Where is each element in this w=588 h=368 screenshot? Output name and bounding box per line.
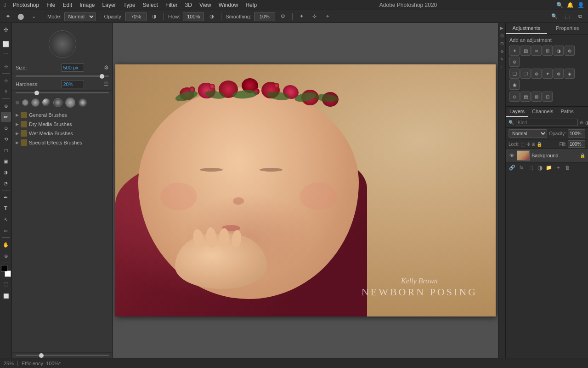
- user-icon[interactable]: 👤: [577, 2, 584, 8]
- smoothing-input[interactable]: [254, 12, 275, 21]
- arrange-btn[interactable]: ⧉: [575, 12, 585, 22]
- menu-edit[interactable]: Edit: [59, 1, 75, 9]
- menu-select[interactable]: Select: [140, 1, 161, 9]
- brush-preset-5[interactable]: [53, 98, 62, 107]
- canvas-area[interactable]: Kelly Brown NEWBORN POSING: [113, 23, 498, 358]
- tab-channels[interactable]: Channels: [528, 107, 557, 117]
- new-layer-btn[interactable]: +: [554, 164, 562, 171]
- adj-color-lookup[interactable]: ✦: [543, 69, 553, 79]
- apple-logo[interactable]: : [4, 1, 6, 8]
- rs-icon-1[interactable]: ⊞: [499, 33, 505, 39]
- tool-shape[interactable]: ▭: [1, 225, 11, 236]
- rs-icon-5[interactable]: T: [499, 64, 505, 70]
- menu-type[interactable]: Type: [120, 1, 139, 9]
- menu-file[interactable]: File: [43, 1, 58, 9]
- layer-opacity-input[interactable]: [568, 129, 585, 138]
- menu-image[interactable]: Image: [76, 1, 98, 9]
- tool-history-brush[interactable]: ⟲: [1, 134, 11, 144]
- brush-preset-7[interactable]: [78, 98, 87, 107]
- menu-photoshop[interactable]: Photoshop: [10, 1, 42, 9]
- adj-channel-mixer[interactable]: ⊛: [531, 69, 542, 79]
- brush-picker-btn[interactable]: ⌄: [28, 12, 39, 22]
- tool-blur[interactable]: ◑: [1, 167, 11, 177]
- tool-dodge[interactable]: ◔: [1, 178, 11, 188]
- flow-pressure-btn[interactable]: ◑: [207, 12, 217, 22]
- layer-visibility-eye[interactable]: 👁: [509, 152, 515, 159]
- hardness-list-icon[interactable]: ☰: [104, 81, 109, 87]
- symmetry-btn[interactable]: ⊹: [310, 12, 320, 22]
- tab-adjustments[interactable]: Adjustments: [506, 23, 547, 34]
- adj-posterize[interactable]: ◈: [565, 69, 575, 79]
- tool-healing[interactable]: ⊕: [1, 101, 11, 111]
- tool-eyedropper[interactable]: ⌗: [1, 86, 11, 97]
- tool-marquee[interactable]: ⬜: [1, 39, 11, 49]
- brush-cat-general[interactable]: ▶ General Brushes: [12, 110, 113, 120]
- brush-preset-3[interactable]: [31, 98, 40, 107]
- create-group-btn[interactable]: 📁: [545, 164, 553, 171]
- tool-zoom[interactable]: ⊕: [1, 251, 11, 261]
- quick-mask-btn[interactable]: ⬚: [1, 279, 11, 289]
- smoothing-settings-btn[interactable]: ⚙: [278, 12, 288, 22]
- adj-levels[interactable]: ▨: [520, 46, 531, 56]
- adj-pattern[interactable]: ⊡: [543, 92, 553, 102]
- lock-position-icon[interactable]: ✣: [526, 142, 530, 147]
- menu-help[interactable]: Help: [242, 1, 260, 9]
- opacity-pressure-btn[interactable]: ◑: [149, 12, 159, 22]
- rs-expand-icon[interactable]: ▶: [499, 25, 505, 31]
- delete-layer-btn[interactable]: 🗑: [564, 164, 571, 171]
- rs-icon-2[interactable]: ⊟: [499, 40, 505, 47]
- adj-color-balance[interactable]: ⊘: [509, 57, 520, 67]
- adj-solid-color[interactable]: ⊠: [531, 92, 542, 102]
- adj-photo-filter[interactable]: ❐: [520, 69, 531, 79]
- menu-3d[interactable]: 3D: [182, 1, 195, 9]
- menu-filter[interactable]: Filter: [162, 1, 181, 9]
- lock-artboard-icon[interactable]: ⊞: [531, 142, 535, 147]
- tool-path-select[interactable]: ↖: [1, 214, 11, 224]
- tab-properties[interactable]: Properties: [547, 23, 588, 34]
- adj-gradient-map[interactable]: ▤: [520, 92, 531, 102]
- brush-cat-special[interactable]: ▶ Special Effects Brushes: [12, 138, 113, 147]
- tool-move[interactable]: ✣: [1, 25, 11, 35]
- bp-footer-slider[interactable]: [16, 355, 109, 356]
- tab-paths[interactable]: Paths: [557, 107, 577, 117]
- adj-black-white[interactable]: ❏: [509, 69, 520, 79]
- fx-btn[interactable]: fx: [518, 164, 525, 171]
- add-mask-btn[interactable]: ⬚: [527, 164, 534, 171]
- tool-quick-select[interactable]: ⊹: [1, 61, 11, 71]
- bp-footer-thumb[interactable]: [39, 353, 44, 358]
- workspace-btn[interactable]: ⬚: [562, 12, 572, 22]
- tool-lasso[interactable]: ⌒: [1, 50, 11, 60]
- lock-all-icon[interactable]: 🔒: [537, 142, 542, 147]
- tool-hand[interactable]: ✋: [1, 240, 11, 250]
- adj-hsl[interactable]: ⊕: [565, 46, 575, 56]
- adj-selective-color[interactable]: ⊙: [509, 92, 520, 102]
- blend-mode-select[interactable]: Normal: [509, 129, 547, 138]
- tool-gradient[interactable]: ▣: [1, 156, 11, 166]
- lock-pixels-icon[interactable]: ⬚: [521, 142, 525, 147]
- filter-icon-2[interactable]: ◑: [585, 120, 588, 125]
- brush-preset-1[interactable]: [16, 101, 19, 104]
- paint-symmetry-btn[interactable]: ⌖: [322, 12, 333, 22]
- tool-clone[interactable]: ⊙: [1, 123, 11, 133]
- mode-select[interactable]: Normal Multiply Screen: [64, 12, 96, 21]
- notification-icon[interactable]: 🔔: [567, 2, 574, 8]
- size-input[interactable]: [61, 63, 84, 72]
- menu-view[interactable]: View: [196, 1, 215, 9]
- tool-brush[interactable]: ✏: [1, 112, 11, 122]
- screen-mode-btn[interactable]: ⬜: [1, 291, 11, 301]
- fill-input[interactable]: [568, 140, 585, 148]
- flow-input[interactable]: [183, 12, 204, 21]
- adj-brightness[interactable]: ☀: [509, 46, 520, 56]
- layers-kind-filter[interactable]: [516, 119, 578, 126]
- adj-threshold[interactable]: ◉: [509, 80, 520, 90]
- tool-crop[interactable]: ⊹: [1, 75, 11, 86]
- add-adjustment-btn[interactable]: ◑: [536, 164, 543, 171]
- rs-icon-3[interactable]: ⊛: [499, 48, 505, 55]
- tab-layers[interactable]: Layers: [506, 107, 528, 117]
- adj-curves[interactable]: ≋: [531, 46, 542, 56]
- brush-cat-wet[interactable]: ▶ Wet Media Brushes: [12, 129, 113, 138]
- brush-preset-2[interactable]: [22, 99, 28, 106]
- opacity-input[interactable]: [125, 12, 147, 21]
- tool-pen[interactable]: ✒: [1, 192, 11, 202]
- tool-text[interactable]: T: [1, 203, 11, 213]
